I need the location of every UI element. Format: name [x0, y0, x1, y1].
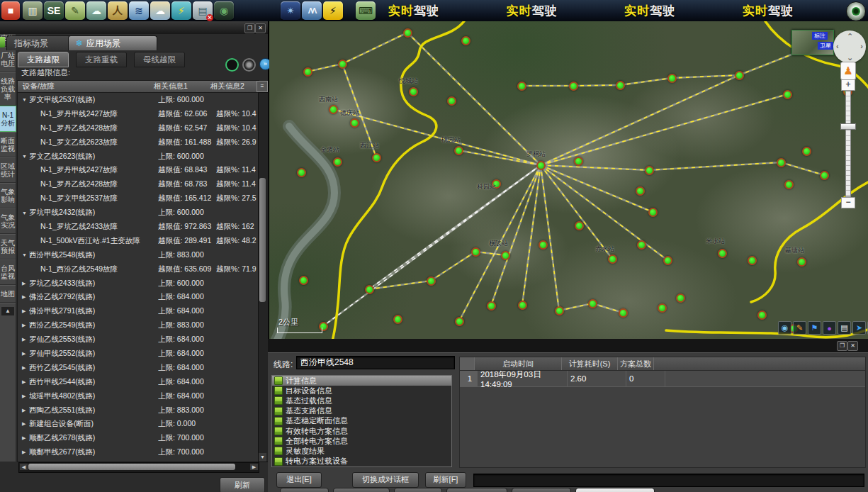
- state-estimation-icon[interactable]: SE: [44, 1, 64, 20]
- table-row[interactable]: N-1_罗坑乙线2433故障越限值: 972.863越限%: 162: [18, 220, 259, 234]
- station-marker[interactable]: [667, 74, 677, 83]
- station-marker[interactable]: [471, 247, 480, 257]
- menu-item-realtime-driving-4[interactable]: 实时驾驶: [743, 3, 794, 19]
- zoom-out-button[interactable]: −: [841, 197, 855, 208]
- station-marker[interactable]: [663, 256, 672, 265]
- table-row[interactable]: ▶坡瑶甲线4802(线路)上限: 684.000: [18, 389, 259, 403]
- sidebar-item-item[interactable]: 台风监视: [0, 259, 16, 285]
- station-marker[interactable]: [455, 317, 464, 326]
- table-row[interactable]: ▶西竹甲线2544(线路)上限: 684.000: [18, 375, 259, 389]
- menu-item-realtime-driving-3[interactable]: 实时驾驶: [624, 3, 675, 19]
- station-marker[interactable]: [487, 301, 496, 311]
- line-name-input[interactable]: [296, 356, 455, 369]
- zoom-slider-track[interactable]: [845, 91, 851, 197]
- globe-icon[interactable]: ◉: [214, 1, 234, 20]
- station-marker[interactable]: [372, 153, 381, 162]
- expand-icon[interactable]: ▶: [22, 281, 29, 286]
- collapse-icon[interactable]: ▼: [22, 252, 29, 257]
- sidebar-item-item[interactable]: 区域统计: [0, 157, 16, 183]
- station-marker[interactable]: [555, 306, 564, 315]
- scroll-left-icon[interactable]: ◀: [20, 464, 28, 470]
- bottom-tab[interactable]: [333, 488, 390, 492]
- station-marker[interactable]: [447, 96, 456, 106]
- station-marker[interactable]: [658, 303, 667, 313]
- record-gray-icon[interactable]: [242, 58, 256, 72]
- collapse-icon[interactable]: ▼: [22, 211, 29, 216]
- table-row[interactable]: ▶佛汾甲线2791(线路)上限: 684.000: [18, 304, 259, 318]
- sidebar-item-item[interactable]: 线路负载率: [0, 72, 16, 106]
- station-marker[interactable]: [454, 146, 463, 155]
- station-marker[interactable]: [718, 249, 727, 258]
- pencil-icon[interactable]: ✎: [793, 321, 806, 335]
- table-row[interactable]: N-1_西汾乙线2549故障越限值: 635.609越限%: 71.9: [18, 262, 259, 276]
- station-marker[interactable]: [297, 168, 306, 177]
- stop-icon[interactable]: ■: [1, 1, 20, 20]
- station-marker[interactable]: [797, 257, 806, 267]
- sidebar-item-n1-analysis[interactable]: N-1分析: [0, 106, 16, 132]
- table-row[interactable]: N-1_罗文乙线2623故障越限值: 161.488越限%: 26.9: [18, 135, 259, 150]
- surveyor-icon[interactable]: 人: [108, 1, 128, 20]
- flash-icon[interactable]: ⚡: [323, 1, 343, 20]
- target-icon[interactable]: ◉: [778, 321, 791, 335]
- expand-icon[interactable]: ▶: [22, 379, 29, 385]
- map-pin-icon[interactable]: ●: [823, 321, 836, 335]
- sidebar-item-item[interactable]: 天气预报: [0, 234, 16, 259]
- station-marker[interactable]: [608, 255, 617, 264]
- station-marker[interactable]: [784, 180, 794, 189]
- operator-icon[interactable]: ⌨: [356, 1, 376, 20]
- nav-scroll-up-icon[interactable]: ▲: [1, 307, 14, 315]
- station-marker[interactable]: [777, 158, 786, 167]
- horizontal-scrollbar[interactable]: ◀ ▶: [18, 462, 259, 473]
- table-row[interactable]: N-1_罗文甲线2537故障越限值: 165.412越限%: 27.5: [18, 191, 259, 206]
- list-item[interactable]: 基态过载信息: [272, 396, 451, 406]
- signpost-icon[interactable]: ▤: [838, 321, 851, 335]
- scroll-right-icon[interactable]: ▶: [250, 464, 258, 470]
- table-row[interactable]: ▶西陶乙线2551(线路)上限: 883.000: [18, 403, 259, 418]
- tab-application-scene[interactable]: ❄ 应用场景: [68, 35, 157, 50]
- satellite-map[interactable]: 西南站德庆站悦城站桃园站罗桐站科园站金装站西江站横陂站赤水站米水站基塘站 标注 …: [269, 21, 868, 339]
- list-item[interactable]: 计算信息: [272, 376, 451, 386]
- station-marker[interactable]: [748, 256, 757, 265]
- record-green-icon[interactable]: [225, 58, 239, 72]
- station-marker[interactable]: [783, 90, 792, 99]
- bottom-tab[interactable]: [575, 488, 655, 492]
- zoom-slider-thumb[interactable]: [840, 123, 856, 130]
- flag-icon[interactable]: ⚑: [808, 321, 821, 335]
- station-marker[interactable]: [539, 240, 548, 250]
- station-marker[interactable]: [757, 311, 767, 320]
- table-row[interactable]: N-1_罗丹甲线2427故障越限值: 62.606越限%: 10.4: [18, 107, 259, 121]
- expand-icon[interactable]: ▶: [22, 435, 29, 441]
- table-row[interactable]: ▶罗仙甲线2552(线路)上限: 684.000: [18, 347, 259, 361]
- station-marker[interactable]: [616, 81, 625, 90]
- table-row[interactable]: ▼罗坑甲线2432(线路)上限: 600.000: [18, 206, 259, 220]
- list-item[interactable]: 灵敏度结果: [272, 446, 451, 456]
- map-pan-control[interactable]: ⌃ ⌄ ‹ ›: [833, 30, 866, 63]
- close-icon[interactable]: ✕: [847, 341, 858, 351]
- expand-icon[interactable]: ▶: [22, 351, 29, 357]
- table-row[interactable]: ▶顺鄱乙线2678(线路)上限: 700.000: [18, 431, 259, 445]
- vertical-scrollbar-thumb[interactable]: [259, 178, 266, 302]
- pan-left-icon[interactable]: ‹: [836, 43, 839, 50]
- expand-icon[interactable]: ▶: [22, 421, 29, 427]
- list-item[interactable]: 转电方案过载设备: [272, 457, 451, 466]
- menu-item-realtime-driving-2[interactable]: 实时驾驶: [507, 3, 558, 19]
- rain-cloud-icon[interactable]: ☁: [86, 1, 106, 20]
- bottom-tab[interactable]: [446, 488, 507, 492]
- list-item[interactable]: 基态稳定断面信息: [272, 416, 451, 426]
- list-item[interactable]: 目标设备信息: [272, 386, 451, 396]
- list-item[interactable]: 基态支路信息: [272, 406, 451, 416]
- waves-icon[interactable]: ≋: [129, 1, 149, 20]
- subtab-branch-limit[interactable]: 支路越限: [18, 52, 69, 67]
- horizontal-scrollbar-thumb[interactable]: [28, 464, 235, 470]
- bottom-tab[interactable]: [280, 488, 329, 492]
- station-marker[interactable]: [648, 208, 658, 217]
- pegman-icon[interactable]: ♟: [840, 62, 856, 80]
- list-item[interactable]: 有效转电方案信息: [272, 426, 451, 436]
- sidebar-item-item[interactable]: 地图: [0, 285, 16, 303]
- expand-icon[interactable]: ▶: [22, 449, 29, 455]
- station-marker[interactable]: [461, 36, 470, 45]
- expand-icon[interactable]: ▶: [22, 365, 29, 371]
- pan-right-icon[interactable]: ›: [860, 43, 863, 50]
- station-marker[interactable]: [536, 161, 546, 170]
- subtab-branch-overload[interactable]: 支路重载: [76, 52, 127, 67]
